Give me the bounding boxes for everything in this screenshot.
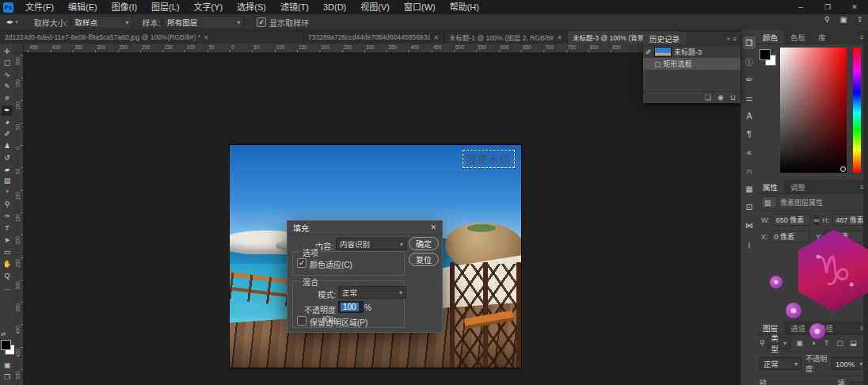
delete-state-icon[interactable]: ⊔ — [730, 93, 736, 101]
opacity-input[interactable]: 100 — [338, 301, 364, 313]
history-source-icon[interactable]: ✐ — [645, 48, 652, 56]
info-panel-icon[interactable]: ⓘ — [743, 55, 756, 67]
hand-tool[interactable]: ✋ — [2, 258, 13, 269]
type-tool[interactable]: T — [2, 223, 13, 234]
ok-button[interactable]: 确定 — [409, 237, 439, 250]
move-tool[interactable]: ✛ — [2, 46, 13, 56]
menu-item-1[interactable]: 编辑(E) — [61, 2, 105, 12]
close-button[interactable]: ✕ — [841, 0, 868, 14]
sample-size-dropdown[interactable]: 取样点▾ — [71, 16, 133, 29]
panel-menu-icon[interactable]: » ≡ — [722, 32, 740, 45]
new-snapshot-icon[interactable]: ◉ — [718, 93, 724, 101]
timeline-panel-icon[interactable]: ⋈ — [743, 219, 756, 231]
zoom-tool[interactable]: Q — [2, 270, 13, 280]
history-state-marquee[interactable]: ▢矩形选框 — [643, 58, 740, 70]
new-doc-from-state-icon[interactable]: ❏ — [705, 93, 711, 101]
properties-tab-0[interactable]: 属性 — [756, 180, 784, 193]
workspace-icon[interactable]: ▣ — [839, 15, 847, 24]
filter-shape-layers-icon[interactable]: ▢ — [835, 339, 845, 347]
hue-slider[interactable] — [853, 48, 861, 173]
mode-dropdown[interactable]: 正常▾ — [338, 286, 406, 299]
filter-pixel-layers-icon[interactable]: ▣ — [794, 339, 805, 347]
gradient-tool[interactable]: ▧ — [2, 176, 13, 186]
foreground-background-colors[interactable] — [1, 340, 13, 357]
filter-search-icon[interactable]: ⚲ — [760, 339, 765, 347]
menu-item-2[interactable]: 图像(I) — [105, 2, 144, 12]
search-icon[interactable]: ⚲ — [824, 15, 830, 24]
path-selection-tool[interactable]: ➤ — [2, 234, 13, 245]
filter-type-dropdown[interactable]: 类型▾ — [767, 337, 791, 349]
menu-item-8[interactable]: 视图(V) — [353, 2, 397, 12]
menu-item-0[interactable]: 文件(F) — [18, 2, 61, 12]
minimize-button[interactable]: ─ — [787, 0, 814, 14]
quick-mask-button[interactable]: ▣ — [2, 360, 13, 370]
menu-item-6[interactable]: 滤镜(T) — [273, 2, 316, 12]
link-dimensions-icon[interactable]: ∞ — [814, 215, 819, 226]
clone-source-panel-icon[interactable]: ⊡ — [743, 200, 756, 213]
share-icon[interactable]: ⇪ — [857, 15, 863, 24]
close-tab-icon[interactable]: ✕ — [204, 34, 209, 41]
x-field[interactable]: 0 像素 — [771, 231, 809, 242]
clone-stamp-tool[interactable]: ♟ — [2, 140, 13, 151]
fill-dialog-title-bar[interactable]: 填充 ✕ — [287, 221, 442, 234]
screen-mode-button[interactable]: ❐ — [2, 372, 13, 382]
crop-tool[interactable]: # — [2, 93, 13, 104]
edit-toolbar-button[interactable]: … — [2, 282, 13, 292]
history-brush-tool[interactable]: ↺ — [2, 152, 13, 162]
color-tab-2[interactable]: 库 — [812, 30, 832, 44]
menu-item-9[interactable]: 窗口(W) — [397, 2, 443, 12]
styles-panel-icon[interactable]: ▦ — [743, 182, 756, 195]
opacity-dropdown[interactable]: 100%▾ — [832, 357, 865, 370]
tool-presets-panel-icon[interactable]: ⚌ — [743, 91, 756, 104]
brush-tool[interactable]: ✐ — [2, 128, 13, 139]
eyedropper-tool[interactable]: ✒ — [2, 105, 13, 116]
restore-button[interactable]: ❐ — [814, 0, 841, 14]
color-adaptation-checkbox[interactable]: ✓ — [297, 258, 306, 268]
paragraph-panel-icon[interactable]: ¶ — [743, 128, 756, 140]
learn-panel-icon[interactable]: ¡ — [743, 237, 756, 250]
foreground-color-swatch[interactable] — [1, 340, 11, 350]
pen-tool[interactable]: ✑ — [2, 212, 13, 222]
document-tab-2[interactable]: 733289a726ccd44de7084d6044585693d368e7e3… — [303, 31, 444, 44]
tool-preset-arrow-icon[interactable]: ▾ — [15, 19, 18, 25]
menu-item-7[interactable]: 3D(D) — [316, 2, 353, 12]
spot-healing-tool[interactable]: ◕ — [2, 116, 13, 127]
brush-settings-panel-icon[interactable]: ✏ — [743, 73, 756, 86]
filter-adjustment-layers-icon[interactable]: ◑ — [808, 339, 818, 347]
tab-history[interactable]: 历史记录 — [643, 32, 686, 45]
menu-item-5[interactable]: 选择(S) — [230, 2, 273, 12]
history-state-open[interactable]: ✐未标题-3 — [643, 46, 740, 58]
rectangular-marquee-tool[interactable]: ▢ — [2, 58, 13, 68]
close-icon[interactable]: ✕ — [430, 223, 436, 231]
menu-item-4[interactable]: 文字(Y) — [187, 2, 230, 12]
document-tab-3[interactable]: 未标题-1 @ 100% (图层 2, RGB/8#) *✕ — [444, 31, 568, 44]
layers-tab-0[interactable]: 图层 — [756, 321, 784, 334]
blur-tool[interactable]: ❛ — [2, 188, 13, 198]
show-sampling-ring-checkbox[interactable]: ✓ — [257, 17, 266, 27]
dodge-tool[interactable]: ⚲ — [2, 200, 13, 210]
filter-type-layers-icon[interactable]: T — [821, 339, 832, 347]
preserve-transparency-checkbox[interactable] — [297, 316, 306, 326]
document-tab-1[interactable]: 2d1224d0-6ded-11e7-8e08-ff9a5ca57a60.jpg… — [0, 31, 303, 44]
adjustments-panel-icon[interactable]: ∩ — [743, 164, 756, 177]
properties-tab-1[interactable]: 调整 — [784, 180, 812, 193]
foreground-color-swatch[interactable] — [760, 49, 771, 60]
eyedropper-tool-icon[interactable]: ✒ — [6, 17, 13, 28]
saturation-brightness-square[interactable] — [780, 48, 847, 173]
swap-colors-icon[interactable]: ⇄ — [1, 331, 6, 337]
eraser-tool[interactable]: ▰ — [2, 164, 13, 174]
close-tab-icon[interactable]: ✕ — [557, 34, 562, 41]
color-tab-0[interactable]: 颜色 — [756, 30, 784, 44]
color-picker-dot[interactable] — [840, 166, 846, 172]
swatches-panel-icon[interactable]: ❒ — [743, 36, 756, 49]
close-tab-icon[interactable]: ✕ — [433, 34, 439, 41]
character-panel-icon[interactable]: A — [743, 109, 756, 122]
lasso-tool[interactable]: ∿ — [2, 70, 13, 80]
reset-button[interactable]: 复位 — [409, 253, 439, 266]
menu-item-3[interactable]: 图层(L) — [144, 2, 186, 12]
sample-dropdown[interactable]: 所有图层▾ — [163, 16, 244, 29]
color-tab-1[interactable]: 色板 — [784, 30, 812, 44]
quick-selection-tool[interactable]: ✎ — [2, 82, 13, 92]
blend-mode-dropdown[interactable]: 正常▾ — [760, 357, 801, 370]
layers-tab-1[interactable]: 通道 — [784, 321, 812, 334]
